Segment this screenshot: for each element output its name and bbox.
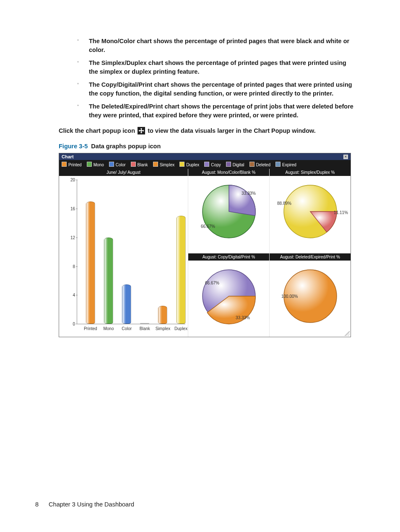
x-tick-label: Simplex <box>154 326 171 331</box>
legend-swatch <box>226 162 231 167</box>
chart-window-title: Chart <box>62 154 74 159</box>
pie1-title: August: Mono/Color/Blank % <box>188 169 269 176</box>
enlarge-icon <box>138 127 145 134</box>
legend-swatch <box>179 162 184 167</box>
pie2-title: August: Simplex/Duplex % <box>270 169 351 176</box>
legend-swatch <box>62 162 67 167</box>
bar: Mono <box>104 238 113 324</box>
y-tick-label: 20 <box>68 178 75 182</box>
figure-caption: Figure 3-5 Data graphs popup icon <box>59 143 354 150</box>
legend-item: Blank <box>131 162 148 167</box>
bullet-item: The Deleted/Expired/Print chart shows th… <box>77 102 354 120</box>
legend-swatch <box>109 162 114 167</box>
x-tick-label: Printed <box>82 326 99 331</box>
pie1-label-b: 66.67% <box>201 224 215 229</box>
bullet-item: The Mono/Color chart shows the percentag… <box>77 37 354 54</box>
pie2-label-a: 88.89% <box>277 201 291 206</box>
chart-legend: PrintedMonoColorBlankSimplexDuplexCopyDi… <box>59 160 351 169</box>
legend-item: Expired <box>275 162 296 167</box>
bullet-item: The Simplex/Duplex chart shows the perce… <box>77 59 354 76</box>
popup-text-before: Click the chart popup icon <box>59 127 137 134</box>
pie-chart-copy-digital-print: 66.67% 33.33% <box>188 261 269 332</box>
legend-item: Mono <box>87 162 104 167</box>
chart-popup-window: Chart × PrintedMonoColorBlankSimplexDupl… <box>59 153 351 337</box>
pie1-label-a: 33.33% <box>242 191 256 196</box>
legend-swatch <box>87 162 92 167</box>
page-number: 8 <box>35 501 39 508</box>
pie3-label-b: 33.33% <box>236 315 250 320</box>
legend-swatch <box>249 162 255 167</box>
pie3-title: August: Copy/Digital/Print % <box>188 253 269 261</box>
x-tick-label: Mono <box>100 326 117 331</box>
resize-grip-icon[interactable] <box>345 331 350 336</box>
bullet-item: The Copy/Digital/Print chart shows the p… <box>77 80 354 98</box>
chart-window-titlebar: Chart × <box>59 153 351 160</box>
legend-swatch <box>153 162 158 167</box>
legend-item: Simplex <box>153 162 175 167</box>
y-tick-label: 16 <box>68 207 75 211</box>
pie4-title: August: Deleted/Expired/Print % <box>270 253 351 261</box>
pie4-label-a: 100.00% <box>281 294 298 299</box>
x-tick-label: Blank <box>136 326 153 331</box>
pie3-label-a: 66.67% <box>205 281 219 285</box>
figure-label: Figure 3-5 <box>59 143 88 150</box>
legend-item: Digital <box>226 162 244 167</box>
bar: Blank <box>140 323 149 324</box>
bar-chart-title: June/ July/ August <box>59 169 188 176</box>
legend-item: Printed <box>62 162 82 167</box>
page-footer: 8 Chapter 3 Using the Dashboard <box>35 501 354 508</box>
x-tick-label: Duplex <box>173 326 190 331</box>
x-tick-label: Color <box>118 326 135 331</box>
bar: Simplex <box>158 306 167 324</box>
figure-title: Data graphs popup icon <box>91 143 161 150</box>
chapter-label: Chapter 3 Using the Dashboard <box>49 501 134 508</box>
popup-instruction: Click the chart popup icon to view the d… <box>59 127 354 135</box>
bar: Color <box>122 284 131 324</box>
legend-item: Color <box>109 162 126 167</box>
bar-chart: PrintedMonoColorBlankSimplexDuplex 04812… <box>59 176 188 337</box>
pie-chart-simplex-duplex: 88.89% 11.11% <box>270 176 351 247</box>
bar: Duplex <box>177 216 186 324</box>
pie2-label-b: 11.11% <box>334 210 348 215</box>
bullet-list: The Mono/Color chart shows the percentag… <box>77 37 354 120</box>
legend-swatch <box>204 162 209 167</box>
bar: Printed <box>86 201 95 324</box>
y-tick-label: 4 <box>68 293 75 297</box>
legend-item: Copy <box>204 162 221 167</box>
close-icon[interactable]: × <box>343 155 348 159</box>
legend-swatch <box>275 162 281 167</box>
legend-item: Deleted <box>249 162 270 167</box>
legend-item: Duplex <box>179 162 199 167</box>
y-tick-label: 0 <box>68 322 75 326</box>
popup-text-after: to view the data visuals larger in the C… <box>148 127 316 134</box>
legend-swatch <box>131 162 136 167</box>
y-tick-label: 8 <box>68 264 75 269</box>
pie-chart-mono-color: 33.33% 66.67% <box>188 176 269 247</box>
y-tick-label: 12 <box>68 235 75 240</box>
pie-chart-deleted-expired-print: 100.00% <box>270 261 351 332</box>
